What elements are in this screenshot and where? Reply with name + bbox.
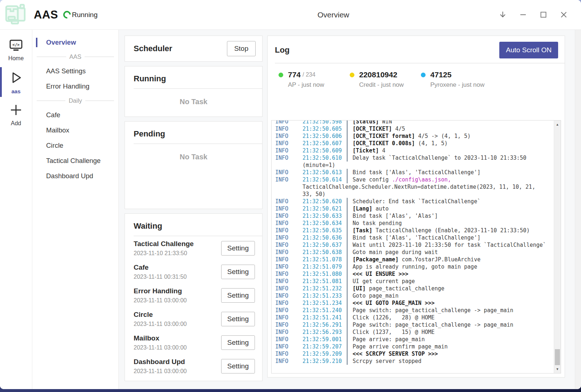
nav-section-label: Daily: [69, 97, 82, 104]
nav-item-label: Overview: [46, 38, 76, 46]
nav-item-label: Dashboard Upd: [46, 172, 93, 180]
close-button[interactable]: [556, 7, 571, 23]
log-line: INFO21:32:51.079App is already running, …: [275, 263, 553, 270]
log-line: INFO21:32:51.240Page switch: page_tactic…: [275, 307, 553, 314]
divider-line: [37, 57, 66, 57]
nav-item[interactable]: Overview: [32, 35, 118, 50]
running-spinner-icon: [62, 9, 73, 20]
setting-button[interactable]: Setting: [221, 265, 255, 279]
log-line: INFO21:32:50.609[Ticket] 4: [275, 147, 553, 154]
log-line: INFO21:32:51.234<<< UI GOTO PAGE_MAIN >>…: [275, 299, 553, 307]
scrollbar-thumb[interactable]: [555, 349, 560, 365]
page-title: Overview: [317, 11, 349, 19]
log-line: INFO21:32:50.638Goto main page during wa…: [275, 249, 553, 256]
nav-item[interactable]: AAS Settings: [32, 64, 118, 79]
nav-item[interactable]: Error Handling: [32, 79, 118, 94]
nav-item[interactable]: Tactical Challenge: [32, 153, 118, 168]
auto-scroll-toggle[interactable]: Auto Scroll ON: [499, 42, 558, 58]
waiting-task-row: Tactical Challenge 2023-11-10 21:33:50 S…: [125, 236, 262, 260]
waiting-task-time: 2023-11-11 03:00:00: [134, 344, 221, 351]
log-line: INFO21:32:50.598[Status] WIN: [275, 120, 553, 125]
waiting-task-name: Circle: [134, 310, 221, 319]
log-line: INFO21:32:50.606[OCR_TICKET format] 4/5 …: [275, 132, 553, 140]
svg-text:</>: </>: [12, 42, 20, 47]
setting-button[interactable]: Setting: [221, 335, 255, 350]
rail-item-aas[interactable]: aas: [0, 66, 32, 98]
nav-item[interactable]: Circle: [32, 138, 118, 153]
log-line: INFO21:32:51.081UI get current page: [275, 278, 553, 285]
pending-title: Pending: [125, 122, 262, 143]
app-logo-icon: [4, 4, 28, 26]
app-window: AAS Running Overview: [0, 0, 581, 389]
play-icon: [9, 70, 23, 86]
waiting-task-name: Cafe: [134, 263, 221, 272]
maximize-button[interactable]: [536, 7, 550, 23]
running-empty-text: No Task: [125, 89, 262, 106]
waiting-task-time: 2023-11-11 03:00:00: [134, 368, 221, 375]
window-controls: [495, 0, 571, 29]
minimize-button[interactable]: [516, 7, 530, 23]
log-line: INFO21:32:50.607[OCR_TICKET 0.008s] (4, …: [275, 140, 553, 147]
waiting-card: Waiting Tactical Challenge 2023-11-10 21…: [125, 213, 263, 381]
log-line: INFO21:32:59.001Page arrive: page_main: [275, 336, 553, 343]
plus-icon: [9, 103, 23, 118]
running-status-label: Running: [72, 11, 98, 19]
log-line: INFO21:32:51.232[UI] page_tactical_chall…: [275, 285, 553, 292]
hide-to-tray-button[interactable]: [495, 7, 510, 23]
stat-value: 774: [288, 70, 301, 79]
resource-stats: 774 / 234 AP - just now 220810942 Credit…: [268, 64, 565, 89]
scroll-down-icon[interactable]: ▼: [554, 366, 561, 372]
rail-item-label: Home: [8, 55, 24, 62]
nav-item-label: Mailbox: [46, 126, 69, 134]
log-scrollbar[interactable]: ▲ ▼: [554, 121, 561, 373]
app-name: AAS: [34, 8, 58, 21]
waiting-task-time: 2023-11-11 03:00:00: [134, 320, 221, 328]
nav-section-label: AAS: [69, 53, 81, 60]
setting-button[interactable]: Setting: [221, 359, 255, 373]
log-line: INFO21:32:50.621[Lang] auto: [275, 205, 553, 212]
rail-item-add[interactable]: Add: [0, 98, 32, 131]
scroll-up-icon[interactable]: ▲: [554, 121, 561, 128]
setting-button[interactable]: Setting: [221, 288, 255, 303]
nav-item[interactable]: Dashboard Upd: [32, 168, 118, 184]
setting-button[interactable]: Setting: [221, 312, 255, 326]
running-title: Running: [125, 66, 262, 88]
waiting-task-row: Error Handling 2023-11-11 03:00:00 Setti…: [125, 283, 262, 307]
log-line: INFO21:32:50.620Scheduler: End task `Tac…: [275, 198, 553, 205]
waiting-title: Waiting: [125, 214, 262, 236]
waiting-task-time: 2023-11-11 00:31:50: [134, 273, 221, 281]
log-line-continuation: (minute=1): [275, 162, 553, 169]
waiting-task-list: Tactical Challenge 2023-11-10 21:33:50 S…: [125, 236, 262, 378]
rail-item-label: Add: [11, 120, 21, 127]
titlebar: AAS Running Overview: [0, 0, 581, 30]
waiting-task-name: Dashboard Upd: [134, 357, 221, 366]
stat-value: 47125: [430, 70, 451, 79]
main-content: Scheduler Stop Running No Task Pending N…: [119, 30, 581, 389]
stat-suffix: / 234: [302, 72, 316, 78]
nav-item-label: Circle: [46, 142, 63, 149]
nav-item[interactable]: Mailbox: [32, 123, 118, 138]
stop-button[interactable]: Stop: [227, 41, 256, 56]
log-title: Log: [275, 45, 289, 55]
stat-dot-icon: [279, 73, 283, 77]
pending-card: Pending No Task: [125, 121, 263, 209]
log-line: INFO21:32:51.078[Package_name] com.Yosta…: [275, 256, 553, 263]
nav-section-divider: AAS: [37, 53, 114, 60]
log-line: INFO21:32:50.635[Task] TacticalChallenge…: [275, 227, 553, 234]
waiting-task-row: Dashboard Upd 2023-11-11 03:00:00 Settin…: [125, 354, 262, 378]
log-line: INFO21:32:56.291Page switch: page_tactic…: [275, 321, 553, 328]
log-line: INFO21:32:59.210Scrcpy server stopped: [275, 358, 553, 365]
log-line: INFO21:32:50.613Bind task ['Alas', 'Tact…: [275, 169, 553, 176]
log-line-continuation: TacticalChallenge.Scheduler.NextRun=date…: [275, 183, 553, 191]
waiting-task-name: Mailbox: [134, 334, 221, 343]
setting-button[interactable]: Setting: [221, 241, 255, 256]
divider-line: [37, 101, 65, 101]
stat-label: AP - just now: [288, 81, 350, 89]
nav-item[interactable]: Cafe: [32, 107, 118, 123]
rail-item-home[interactable]: </> Home: [0, 34, 32, 66]
main-scrollbar[interactable]: [575, 30, 581, 389]
waiting-task-name: Tactical Challenge: [134, 239, 221, 248]
resource-stat: 220810942 Credit - just now: [350, 70, 421, 89]
nav-item-label: AAS Settings: [46, 67, 86, 75]
stat-dot-icon: [350, 73, 354, 77]
